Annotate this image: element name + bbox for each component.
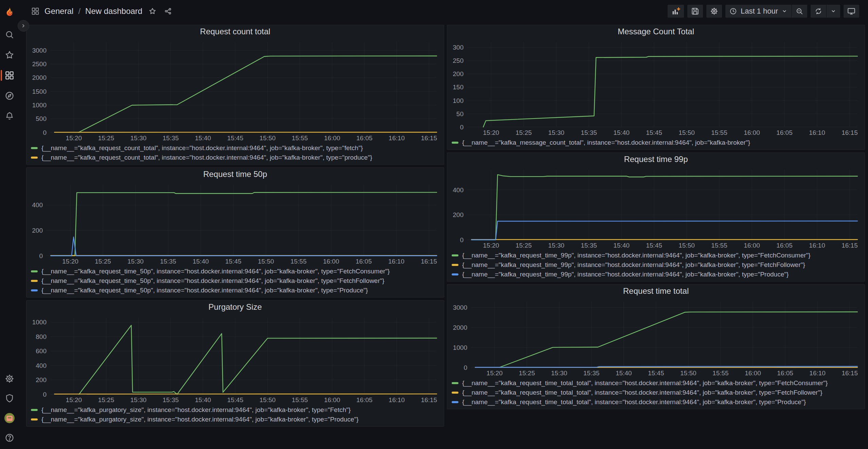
dashboard-header: General / New dashboard [19,0,868,22]
legend-item[interactable]: {__name__="kafka_request_count_total", i… [31,143,441,153]
legend-item[interactable]: {__name__="kafka_request_time_total_tota… [452,378,862,388]
legend-item[interactable]: {__name__="kafka_request_time_50p", inst… [31,267,441,276]
svg-text:15:30: 15:30 [551,370,567,377]
svg-text:15:20: 15:20 [66,396,82,403]
sidebar-item-alerting[interactable] [0,106,19,126]
add-panel-button[interactable] [668,5,684,18]
svg-text:0: 0 [464,364,467,371]
legend-series-label: {__name__="kafka_purgatory_size", instan… [41,406,351,414]
svg-text:16:15: 16:15 [842,242,858,249]
time-series-chart[interactable]: 010002000300015:2015:2515:3015:3515:4015… [450,297,862,378]
legend-series-label: {__name__="kafka_request_time_50p", inst… [41,277,384,285]
svg-text:15:55: 15:55 [712,370,729,377]
legend-item[interactable]: {__name__="kafka_purgatory_size", instan… [31,405,441,415]
grafana-dashboard: { "app": "Grafana", "colors": { "page_bg… [0,0,868,449]
star-dashboard-button[interactable] [148,7,157,15]
legend-series-color [31,270,38,272]
time-series-chart[interactable]: 020040015:2015:2515:3015:3515:4015:4515:… [30,180,441,266]
panel-title[interactable]: Request time 99p [450,153,862,165]
gear-icon [710,7,719,16]
sidebar-item-server-admin[interactable] [0,389,19,408]
sidebar [0,0,19,449]
panel-title[interactable]: Request count total [30,25,441,37]
svg-text:15:30: 15:30 [548,129,564,136]
svg-text:1500: 1500 [32,88,47,95]
sidebar-item-configuration[interactable] [0,369,19,389]
legend-series-color [31,147,38,149]
legend-item[interactable]: {__name__="kafka_request_count_total", i… [31,153,441,162]
breadcrumb-separator: / [78,6,80,16]
legend-item[interactable]: {__name__="kafka_request_time_total_tota… [452,388,862,397]
chart-legend: {__name__="kafka_request_time_total_tota… [450,378,862,407]
breadcrumb-dashboard-title[interactable]: New dashboard [85,6,142,16]
legend-series-color [452,392,458,394]
svg-text:15:40: 15:40 [193,258,209,265]
svg-text:200: 200 [32,227,43,234]
panel-title[interactable]: Message Count Total [450,25,862,37]
svg-text:0: 0 [460,124,464,131]
cycle-view-mode-button[interactable] [844,5,859,18]
svg-text:15:35: 15:35 [581,129,597,136]
legend-item[interactable]: {__name__="kafka_message_count_total", i… [452,138,862,147]
bell-icon [4,111,15,121]
legend-item[interactable]: {__name__="kafka_request_time_99p", inst… [452,260,862,270]
grafana-logo[interactable] [0,4,19,20]
share-dashboard-button[interactable] [164,7,172,15]
breadcrumb-folder[interactable]: General [44,6,73,16]
sidebar-expand-button[interactable] [18,20,29,32]
legend-item[interactable]: {__name__="kafka_request_time_50p", inst… [31,276,441,286]
svg-text:2000: 2000 [32,74,47,81]
svg-text:15:50: 15:50 [259,396,276,403]
legend-item[interactable]: {__name__="kafka_request_time_99p", inst… [452,251,862,260]
svg-text:50: 50 [456,110,464,118]
grafana-flame-icon [4,6,15,18]
panel-title[interactable]: Request time total [450,285,862,297]
legend-item[interactable]: {__name__="kafka_request_time_total_tota… [452,397,862,407]
sidebar-item-profile[interactable] [0,408,19,428]
refresh-icon [814,7,822,15]
svg-text:250: 250 [453,57,464,64]
time-range-button[interactable]: Last 1 hour [725,5,791,18]
svg-text:16:05: 16:05 [356,396,373,403]
svg-text:15:40: 15:40 [613,129,630,136]
sidebar-item-search[interactable] [0,24,19,45]
dashboard-settings-button[interactable] [706,5,722,18]
refresh-interval-button[interactable] [827,5,840,18]
svg-text:15:35: 15:35 [581,242,597,249]
legend-item[interactable]: {__name__="kafka_request_time_99p", inst… [452,270,862,279]
svg-text:15:45: 15:45 [225,258,241,265]
time-series-chart[interactable]: 05001000150020002500300015:2015:2515:301… [30,37,441,143]
svg-text:15:20: 15:20 [62,258,78,265]
svg-text:3000: 3000 [32,47,47,54]
zoom-out-time-range-button[interactable] [792,5,807,18]
refresh-dashboard-button[interactable] [811,5,826,18]
apps-grid-icon [31,7,40,16]
svg-text:0: 0 [43,391,47,398]
svg-text:400: 400 [453,186,464,194]
legend-item[interactable]: {__name__="kafka_request_time_50p", inst… [31,286,441,295]
svg-text:15:20: 15:20 [483,129,499,136]
svg-text:15:50: 15:50 [258,258,274,265]
sidebar-item-dashboards[interactable] [0,65,19,86]
save-dashboard-button[interactable] [687,5,703,18]
legend-series-color [452,401,458,403]
panel-title[interactable]: Request time 50p [30,168,441,180]
legend-series-label: {__name__="kafka_purgatory_size", instan… [41,416,359,423]
legend-item[interactable]: {__name__="kafka_purgatory_size", instan… [31,415,441,424]
sidebar-item-starred[interactable] [0,45,19,65]
sidebar-item-explore[interactable] [0,86,19,106]
svg-text:2500: 2500 [32,60,47,68]
svg-text:15:50: 15:50 [679,242,695,249]
svg-text:15:50: 15:50 [259,134,276,142]
time-series-chart[interactable]: 0200400600800100015:2015:2515:3015:3515:… [30,313,441,405]
sidebar-item-help[interactable] [0,428,19,448]
time-series-chart[interactable]: 020040015:2015:2515:3015:3515:4015:4515:… [450,165,862,250]
svg-text:15:30: 15:30 [127,258,144,265]
legend-series-label: {__name__="kafka_request_count_total", i… [41,154,372,161]
svg-text:15:25: 15:25 [98,396,114,403]
star-icon [148,7,157,15]
legend-series-color [31,289,38,291]
panel-title[interactable]: Purgatory Size [30,301,441,313]
svg-text:15:25: 15:25 [516,129,532,136]
time-series-chart[interactable]: 05010015020025030015:2015:2515:3015:3515… [450,37,862,137]
